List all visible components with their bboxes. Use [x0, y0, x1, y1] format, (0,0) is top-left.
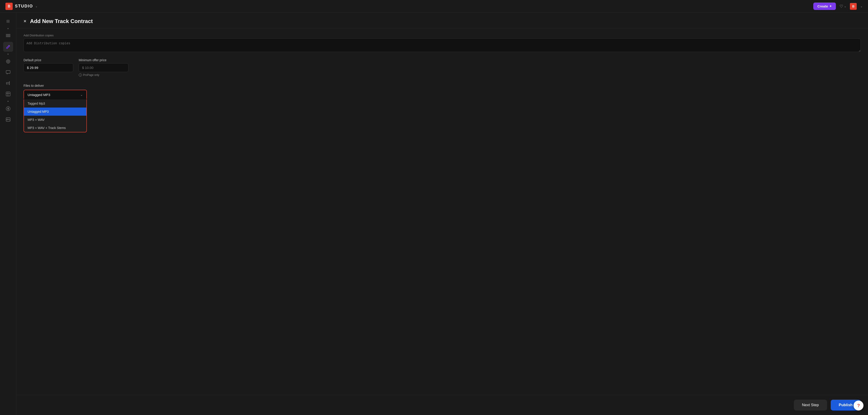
sidebar-item-edit[interactable]	[3, 42, 13, 52]
sidebar-item-target[interactable]	[3, 57, 13, 66]
sidebar-dot-2	[7, 54, 9, 55]
dropdown-option-untagged-mp3[interactable]: Untagged MP3	[24, 107, 86, 116]
svg-rect-1	[6, 35, 10, 36]
dropdown-box: Untagged MP3 ⌄ Tagged Mp3 Untagged MP3 M…	[24, 90, 87, 100]
svg-rect-2	[6, 36, 10, 37]
deliver-section: ➡ Files to deliver Untagged MP3 ⌄ Tagged…	[24, 84, 861, 100]
dialog-title: Add New Track Contract	[30, 18, 93, 24]
notification-bell[interactable]: ♡ ⌄	[839, 4, 846, 9]
default-price-label: Default price	[24, 58, 73, 62]
user-chevron-icon[interactable]: ⌄	[860, 5, 863, 8]
info-icon: i	[79, 73, 82, 77]
dropdown-chevron-icon: ⌄	[80, 93, 83, 97]
form-body: Add Distribution copies Default price Mi…	[16, 28, 868, 112]
dropdown-options: Tagged Mp3 Untagged MP3 MP3 + WAV MP3 + …	[24, 99, 87, 132]
dialog-container: × Add New Track Contract Add Distributio…	[16, 13, 868, 415]
sidebar-item-grid[interactable]: ⊞	[3, 16, 13, 26]
help-button[interactable]: ?	[854, 401, 864, 411]
close-button[interactable]: ×	[24, 19, 27, 24]
create-button[interactable]: Create ✦	[813, 2, 836, 10]
minimum-price-col: Minimum offer price i ProPage only	[79, 58, 128, 77]
dropdown-selected[interactable]: Untagged MP3 ⌄	[24, 90, 86, 99]
bell-chevron-icon: ⌄	[844, 5, 846, 8]
propage-note-text: ProPage only	[83, 73, 99, 77]
default-price-field: Default price	[24, 58, 73, 72]
logo-box: B	[5, 3, 13, 10]
price-row: Default price Minimum offer price i ProP…	[24, 58, 861, 77]
navbar: B STUDIO ⌄ Create ✦ ♡ ⌄ B ⌄	[0, 0, 868, 13]
sidebar-item-image[interactable]	[3, 114, 13, 125]
sidebar-item-layout[interactable]	[3, 89, 13, 99]
navbar-left: B STUDIO ⌄	[5, 3, 37, 10]
deliver-label: Files to deliver	[24, 84, 861, 88]
textarea-section: Add Distribution copies	[24, 34, 861, 53]
content-area: × Add New Track Contract Add Distributio…	[16, 13, 868, 415]
sidebar: ⊞	[0, 13, 16, 415]
sparkle-icon: ✦	[829, 4, 832, 8]
dropdown-option-tagged-mp3[interactable]: Tagged Mp3	[24, 99, 86, 107]
sidebar-item-dollar[interactable]	[3, 104, 13, 114]
navbar-right: Create ✦ ♡ ⌄ B ⌄	[813, 2, 863, 10]
svg-rect-9	[8, 92, 8, 96]
textarea-label: Add Distribution copies	[24, 34, 861, 37]
main-layout: ⊞ ×	[0, 13, 868, 415]
dropdown-option-mp3-wav-stems[interactable]: MP3 + WAV + Track Stems	[24, 124, 86, 132]
next-step-button[interactable]: Next Step	[794, 400, 827, 411]
propage-note: i ProPage only	[79, 73, 128, 77]
sidebar-item-megaphone[interactable]	[3, 78, 13, 88]
svg-point-5	[8, 61, 8, 62]
sidebar-dot-1	[7, 28, 9, 29]
svg-rect-0	[6, 34, 10, 35]
sidebar-dot-3	[7, 101, 9, 102]
svg-point-12	[7, 118, 7, 119]
default-price-input[interactable]	[24, 63, 73, 72]
dialog-header: × Add New Track Contract	[16, 13, 868, 28]
user-avatar[interactable]: B	[850, 3, 857, 10]
minimum-price-label: Minimum offer price	[79, 58, 128, 62]
svg-rect-6	[6, 70, 10, 73]
sidebar-item-message[interactable]	[3, 67, 13, 77]
studio-chevron-icon[interactable]: ⌄	[35, 5, 37, 8]
studio-label: STUDIO	[15, 4, 33, 9]
dialog-footer: Next Step Publish	[16, 395, 868, 415]
dropdown-selected-text: Untagged MP3	[28, 93, 50, 97]
dropdown-container: Untagged MP3 ⌄ Tagged Mp3 Untagged MP3 M…	[24, 90, 87, 100]
sidebar-item-bars[interactable]	[3, 31, 13, 41]
distribution-copies-textarea[interactable]	[24, 38, 861, 52]
bell-icon: ♡	[839, 4, 843, 9]
minimum-price-input[interactable]	[79, 63, 128, 72]
dropdown-option-mp3-wav[interactable]: MP3 + WAV	[24, 116, 86, 124]
